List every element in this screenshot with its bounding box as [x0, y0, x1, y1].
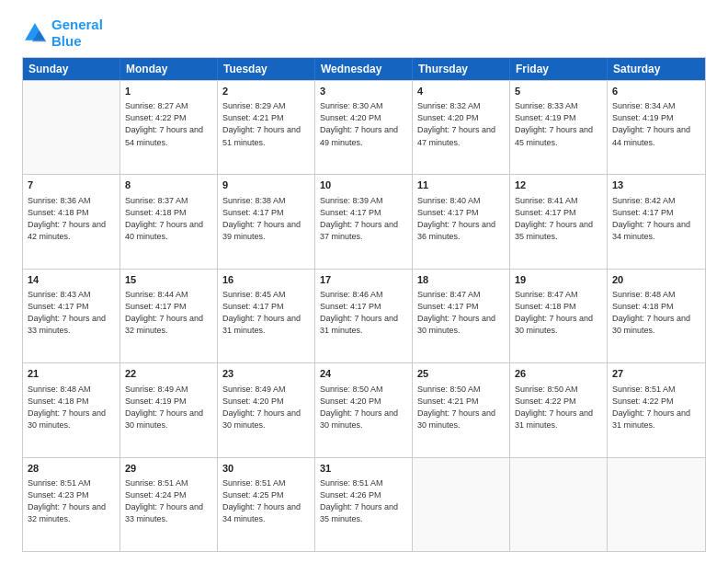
day-number: 16 — [222, 273, 310, 287]
header-day-saturday: Saturday — [608, 58, 705, 80]
day-cell-4: 4Sunrise: 8:32 AMSunset: 4:20 PMDaylight… — [413, 81, 510, 174]
calendar: SundayMondayTuesdayWednesdayThursdayFrid… — [22, 57, 706, 552]
day-number: 17 — [320, 273, 407, 287]
day-number: 30 — [222, 462, 310, 476]
day-cell-8: 8Sunrise: 8:37 AMSunset: 4:18 PMDaylight… — [120, 175, 218, 268]
calendar-row-3: 21Sunrise: 8:48 AMSunset: 4:18 PMDayligh… — [23, 362, 705, 456]
day-cell-17: 17Sunrise: 8:46 AMSunset: 4:17 PMDayligh… — [315, 270, 413, 362]
logo: General Blue — [22, 17, 103, 50]
cell-info: Sunrise: 8:33 AMSunset: 4:19 PMDaylight:… — [515, 100, 602, 148]
header: General Blue — [22, 17, 706, 50]
day-cell-25: 25Sunrise: 8:50 AMSunset: 4:21 PMDayligh… — [413, 363, 510, 456]
day-cell-9: 9Sunrise: 8:38 AMSunset: 4:17 PMDaylight… — [218, 175, 315, 268]
day-number: 4 — [417, 85, 505, 98]
day-number: 12 — [515, 178, 602, 192]
day-cell-5: 5Sunrise: 8:33 AMSunset: 4:19 PMDaylight… — [510, 81, 608, 174]
day-cell-7: 7Sunrise: 8:36 AMSunset: 4:18 PMDaylight… — [23, 175, 120, 268]
day-number: 31 — [320, 462, 407, 476]
cell-info: Sunrise: 8:48 AMSunset: 4:18 PMDaylight:… — [612, 289, 700, 337]
header-day-friday: Friday — [510, 58, 608, 80]
cell-info: Sunrise: 8:49 AMSunset: 4:20 PMDaylight:… — [222, 384, 310, 431]
day-cell-20: 20Sunrise: 8:48 AMSunset: 4:18 PMDayligh… — [608, 270, 705, 362]
header-day-tuesday: Tuesday — [218, 58, 315, 80]
day-number: 22 — [125, 367, 212, 381]
day-cell-10: 10Sunrise: 8:39 AMSunset: 4:17 PMDayligh… — [315, 175, 413, 268]
day-cell-16: 16Sunrise: 8:45 AMSunset: 4:17 PMDayligh… — [218, 270, 315, 362]
day-cell-28: 28Sunrise: 8:51 AMSunset: 4:23 PMDayligh… — [23, 458, 120, 551]
day-cell-26: 26Sunrise: 8:50 AMSunset: 4:22 PMDayligh… — [510, 363, 608, 456]
empty-cell — [510, 458, 608, 551]
day-number: 9 — [222, 178, 310, 192]
cell-info: Sunrise: 8:27 AMSunset: 4:22 PMDaylight:… — [125, 100, 212, 148]
day-cell-14: 14Sunrise: 8:43 AMSunset: 4:17 PMDayligh… — [23, 270, 120, 362]
logo-text: General Blue — [51, 17, 103, 50]
calendar-row-4: 28Sunrise: 8:51 AMSunset: 4:23 PMDayligh… — [23, 457, 705, 551]
cell-info: Sunrise: 8:30 AMSunset: 4:20 PMDaylight:… — [320, 100, 407, 148]
day-cell-23: 23Sunrise: 8:49 AMSunset: 4:20 PMDayligh… — [218, 363, 315, 456]
day-cell-1: 1Sunrise: 8:27 AMSunset: 4:22 PMDaylight… — [120, 81, 218, 174]
day-number: 21 — [28, 367, 115, 381]
day-number: 10 — [320, 178, 407, 192]
day-cell-11: 11Sunrise: 8:40 AMSunset: 4:17 PMDayligh… — [413, 175, 510, 268]
day-number: 26 — [515, 367, 602, 381]
day-number: 20 — [612, 273, 700, 287]
day-number: 14 — [28, 273, 115, 287]
day-cell-3: 3Sunrise: 8:30 AMSunset: 4:20 PMDaylight… — [315, 81, 413, 174]
cell-info: Sunrise: 8:43 AMSunset: 4:17 PMDaylight:… — [28, 289, 115, 337]
day-cell-27: 27Sunrise: 8:51 AMSunset: 4:22 PMDayligh… — [608, 363, 705, 456]
header-day-thursday: Thursday — [413, 58, 510, 80]
cell-info: Sunrise: 8:34 AMSunset: 4:19 PMDaylight:… — [612, 100, 700, 148]
cell-info: Sunrise: 8:38 AMSunset: 4:17 PMDaylight:… — [222, 195, 310, 243]
calendar-row-2: 14Sunrise: 8:43 AMSunset: 4:17 PMDayligh… — [23, 269, 705, 362]
day-number: 2 — [222, 85, 310, 98]
cell-info: Sunrise: 8:41 AMSunset: 4:17 PMDaylight:… — [515, 195, 602, 243]
cell-info: Sunrise: 8:49 AMSunset: 4:19 PMDaylight:… — [125, 384, 212, 431]
cell-info: Sunrise: 8:51 AMSunset: 4:26 PMDaylight:… — [320, 477, 407, 525]
day-number: 27 — [612, 367, 700, 381]
cell-info: Sunrise: 8:50 AMSunset: 4:22 PMDaylight:… — [515, 384, 602, 431]
day-cell-22: 22Sunrise: 8:49 AMSunset: 4:19 PMDayligh… — [120, 363, 218, 456]
cell-info: Sunrise: 8:45 AMSunset: 4:17 PMDaylight:… — [222, 289, 310, 337]
day-number: 7 — [28, 178, 115, 192]
day-number: 15 — [125, 273, 212, 287]
cell-info: Sunrise: 8:46 AMSunset: 4:17 PMDaylight:… — [320, 289, 407, 337]
header-day-sunday: Sunday — [23, 58, 120, 80]
calendar-row-0: 1Sunrise: 8:27 AMSunset: 4:22 PMDaylight… — [23, 80, 705, 174]
day-cell-21: 21Sunrise: 8:48 AMSunset: 4:18 PMDayligh… — [23, 363, 120, 456]
day-number: 23 — [222, 367, 310, 381]
empty-cell — [23, 81, 120, 174]
cell-info: Sunrise: 8:40 AMSunset: 4:17 PMDaylight:… — [417, 195, 505, 243]
cell-info: Sunrise: 8:50 AMSunset: 4:21 PMDaylight:… — [417, 384, 505, 431]
cell-info: Sunrise: 8:51 AMSunset: 4:25 PMDaylight:… — [222, 477, 310, 525]
day-cell-13: 13Sunrise: 8:42 AMSunset: 4:17 PMDayligh… — [608, 175, 705, 268]
day-number: 29 — [125, 462, 212, 476]
header-day-wednesday: Wednesday — [315, 58, 413, 80]
logo-icon — [22, 20, 48, 46]
day-number: 8 — [125, 178, 212, 192]
day-number: 5 — [515, 85, 602, 98]
day-number: 24 — [320, 367, 407, 381]
day-number: 25 — [417, 367, 505, 381]
day-number: 19 — [515, 273, 602, 287]
day-number: 3 — [320, 85, 407, 98]
day-number: 11 — [417, 178, 505, 192]
day-cell-24: 24Sunrise: 8:50 AMSunset: 4:20 PMDayligh… — [315, 363, 413, 456]
day-cell-6: 6Sunrise: 8:34 AMSunset: 4:19 PMDaylight… — [608, 81, 705, 174]
day-cell-19: 19Sunrise: 8:47 AMSunset: 4:18 PMDayligh… — [510, 270, 608, 362]
cell-info: Sunrise: 8:39 AMSunset: 4:17 PMDaylight:… — [320, 195, 407, 243]
day-number: 28 — [28, 462, 115, 476]
day-number: 13 — [612, 178, 700, 192]
day-cell-2: 2Sunrise: 8:29 AMSunset: 4:21 PMDaylight… — [218, 81, 315, 174]
day-cell-30: 30Sunrise: 8:51 AMSunset: 4:25 PMDayligh… — [218, 458, 315, 551]
day-cell-18: 18Sunrise: 8:47 AMSunset: 4:17 PMDayligh… — [413, 270, 510, 362]
calendar-header: SundayMondayTuesdayWednesdayThursdayFrid… — [23, 58, 705, 80]
day-cell-31: 31Sunrise: 8:51 AMSunset: 4:26 PMDayligh… — [315, 458, 413, 551]
cell-info: Sunrise: 8:51 AMSunset: 4:24 PMDaylight:… — [125, 477, 212, 525]
calendar-row-1: 7Sunrise: 8:36 AMSunset: 4:18 PMDaylight… — [23, 174, 705, 268]
cell-info: Sunrise: 8:50 AMSunset: 4:20 PMDaylight:… — [320, 384, 407, 431]
cell-info: Sunrise: 8:47 AMSunset: 4:18 PMDaylight:… — [515, 289, 602, 337]
cell-info: Sunrise: 8:37 AMSunset: 4:18 PMDaylight:… — [125, 195, 212, 243]
empty-cell — [413, 458, 510, 551]
cell-info: Sunrise: 8:48 AMSunset: 4:18 PMDaylight:… — [28, 384, 115, 431]
day-number: 18 — [417, 273, 505, 287]
